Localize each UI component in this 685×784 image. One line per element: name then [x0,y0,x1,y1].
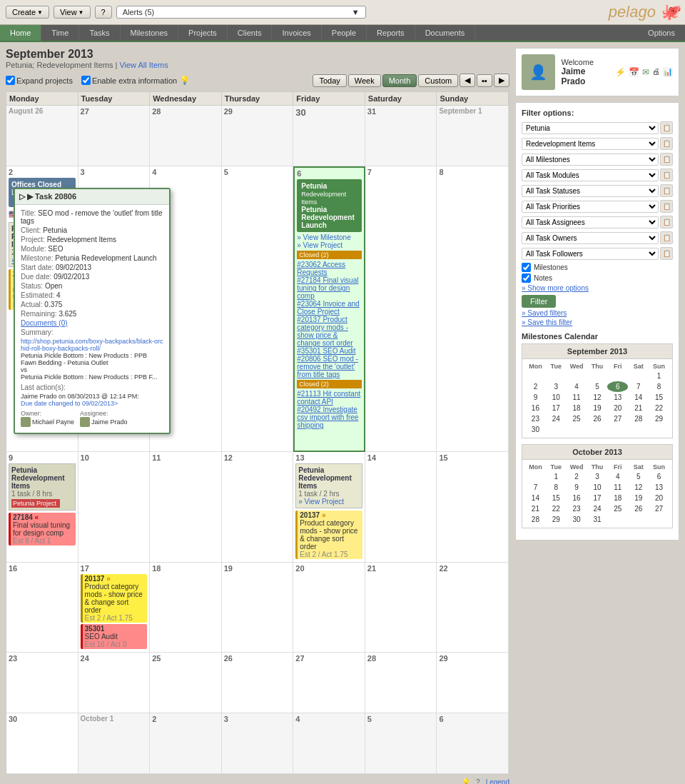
email-icon[interactable]: ✉ [642,67,649,77]
mini-sep-10[interactable]: 10 [546,392,567,403]
extra-info-label[interactable]: Enable extra information [81,76,177,85]
mini-oct-4[interactable]: 4 [607,471,628,482]
view-milestone-link[interactable]: » View Milestone [297,233,362,241]
expand-projects-label[interactable]: Expand projects [6,76,73,85]
mini-sep-30[interactable]: 30 [525,424,546,435]
mini-sep-15[interactable]: 15 [649,392,669,403]
mini-sep-29[interactable]: 29 [649,413,669,424]
mini-sep-7[interactable]: 7 [628,381,649,392]
nav-tab-invoices[interactable]: Invoices [272,25,321,41]
mini-sep-17[interactable]: 17 [546,403,567,413]
task-20806-link[interactable]: #20806 SEO mod - remove the 'outlet' fro… [297,355,362,378]
cal-range-button[interactable]: ▪▪ [477,74,492,87]
filter-select-project[interactable]: Redevelopment Items [522,138,659,150]
show-more-link[interactable]: » Show more options [522,284,673,292]
mini-oct-25[interactable]: 25 [607,503,628,514]
task-27184-sep9[interactable]: 27184 « Final visual tuning for design c… [9,513,76,546]
custom-button[interactable]: Custom [418,74,458,87]
today-button[interactable]: Today [313,74,346,87]
save-filter-link[interactable]: » Save this filter [522,318,673,326]
mini-oct-13[interactable]: 13 [649,482,669,493]
mini-sep-4[interactable]: 4 [567,381,587,392]
mini-sep-11[interactable]: 11 [567,392,587,403]
next-arrow-button[interactable]: ▶ [494,74,509,87]
mini-sep-19[interactable]: 19 [587,403,608,413]
mini-oct-23[interactable]: 23 [567,503,587,514]
mini-sep-25[interactable]: 25 [567,413,587,424]
mini-sep-22[interactable]: 22 [649,403,669,413]
mini-oct-26[interactable]: 26 [628,503,649,514]
popup-docs-value[interactable]: Documents (0) [21,319,68,327]
filter-select-milestones[interactable]: All Milestones [522,154,659,166]
export-icon[interactable]: 📊 [663,67,673,77]
mini-oct-9[interactable]: 9 [567,482,587,493]
filter-client-icon[interactable]: 📋 [660,121,673,134]
mini-sep-28[interactable]: 28 [628,413,649,424]
nav-tab-people[interactable]: People [322,25,367,41]
hint-icon[interactable]: 💡 [180,76,190,85]
mini-sep-26[interactable]: 26 [587,413,608,424]
mini-sep-20[interactable]: 20 [607,403,628,413]
nav-tab-projects[interactable]: Projects [178,25,228,41]
mini-sep-18[interactable]: 18 [567,403,587,413]
task-23062-link[interactable]: #23062 Access Requests [297,261,362,276]
mini-oct-11[interactable]: 11 [607,482,628,493]
info-button[interactable]: ? [95,6,112,19]
mini-oct-28[interactable]: 28 [525,514,546,525]
mini-sep-16[interactable]: 16 [525,403,546,413]
nav-tab-time[interactable]: Time [41,25,79,41]
mini-oct-20[interactable]: 20 [649,493,669,503]
mini-oct-12[interactable]: 12 [628,482,649,493]
notes-checkbox[interactable] [522,273,531,283]
nav-tab-milestones[interactable]: Milestones [121,25,179,41]
filter-followers-icon[interactable]: 📋 [660,247,673,260]
task-23064-link[interactable]: #23064 Invoice and Close Project [297,300,362,316]
mini-sep-5[interactable]: 5 [587,381,608,392]
view-all-link[interactable]: View All Items [119,61,168,69]
filter-button[interactable]: Filter [522,295,556,308]
mini-oct-27[interactable]: 27 [649,503,669,514]
task-20137-sep17[interactable]: 20137 » Product category mods - show pri… [81,574,148,623]
show-more-options[interactable]: » Show more options [522,284,673,292]
nav-tab-clients[interactable]: Clients [228,25,273,41]
task-35301-sep17[interactable]: 35301 SEO Audit Est 16 / Act 0 [81,624,148,649]
calendar-icon[interactable]: 📅 [629,67,639,77]
filter-select-statuses[interactable]: All Task Statuses [522,185,659,197]
mini-sep-14[interactable]: 14 [628,392,649,403]
extra-info-checkbox[interactable] [81,76,91,85]
mini-oct-14[interactable]: 14 [525,493,546,503]
mini-sep-2[interactable]: 2 [525,381,546,392]
view-button[interactable]: View ▼ [54,6,91,19]
mini-sep-24[interactable]: 24 [546,413,567,424]
nav-options-button[interactable]: Options [638,25,685,41]
filter-select-client[interactable]: Petunia [522,122,659,134]
filter-statuses-icon[interactable]: 📋 [660,184,673,197]
mini-oct-8[interactable]: 8 [546,482,567,493]
mini-oct-29[interactable]: 29 [546,514,567,525]
mini-sep-13[interactable]: 13 [607,392,628,403]
mini-sep-27[interactable]: 27 [607,413,628,424]
mini-sep-23[interactable]: 23 [525,413,546,424]
create-button[interactable]: Create ▼ [6,6,49,19]
mini-oct-3[interactable]: 3 [587,471,608,482]
legend-label[interactable]: Legend [486,778,509,784]
mini-oct-17[interactable]: 17 [587,493,608,503]
filter-milestones-icon[interactable]: 📋 [660,153,673,166]
filter-priorities-icon[interactable]: 📋 [660,200,673,213]
mini-oct-31[interactable]: 31 [587,514,608,525]
filter-project-icon[interactable]: 📋 [660,137,673,150]
view-project-link-sep6[interactable]: » View Project [297,241,362,249]
filter-select-followers[interactable]: All Task Followers [522,248,659,260]
mini-oct-24[interactable]: 24 [587,503,608,514]
task-20492-link[interactable]: #20492 Investigate csv import with free … [297,406,362,429]
nav-tab-home[interactable]: Home [0,25,41,41]
mini-sep-1[interactable]: 1 [649,371,669,381]
mini-oct-30[interactable]: 30 [567,514,587,525]
mini-sep-21[interactable]: 21 [628,403,649,413]
filter-modules-icon[interactable]: 📋 [660,169,673,181]
mini-sep-6-today[interactable]: 6 [607,381,628,392]
filter-select-owners[interactable]: All Task Owners [522,232,659,244]
milestones-checkbox[interactable] [522,263,531,272]
nav-tab-tasks[interactable]: Tasks [79,25,120,41]
mini-oct-5[interactable]: 5 [628,471,649,482]
